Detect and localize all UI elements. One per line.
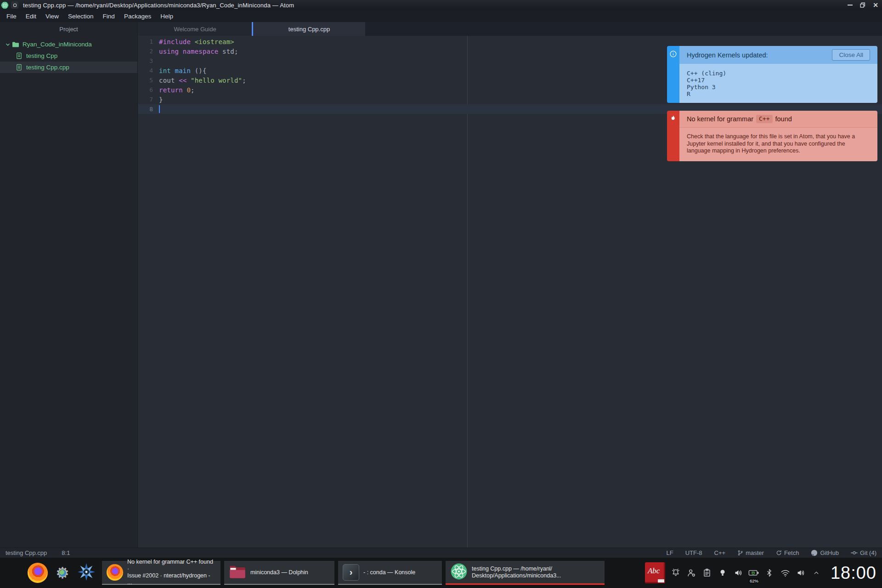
tree-item-label: testing Cpp — [26, 52, 57, 59]
konsole-icon: › — [343, 564, 359, 581]
notification-error: No kernel for grammar C++ found Check th… — [667, 111, 877, 161]
status-utf-8[interactable]: UTF-8 — [685, 549, 702, 556]
menu-item-selection[interactable]: Selection — [63, 11, 98, 22]
firefox-icon — [28, 563, 48, 583]
status-c[interactable]: C++ — [714, 549, 726, 556]
tab-welcome-guide[interactable]: Welcome Guide — [138, 22, 252, 36]
line-number: 3 — [138, 57, 159, 64]
firefox-icon — [107, 564, 123, 581]
user-icon[interactable] — [686, 564, 697, 582]
taskbar: ⚙ No kernel for grammar C++ found ·Issue… — [0, 558, 882, 588]
line-number: 6 — [138, 86, 159, 93]
line-number: 8 — [138, 106, 159, 113]
atom-logo-icon — [1, 1, 9, 9]
line-number: 4 — [138, 67, 159, 74]
status-git-4[interactable]: Git (4) — [851, 549, 876, 556]
code-text: #include <iostream> — [159, 38, 234, 45]
chevron-down-icon[interactable] — [5, 41, 11, 48]
close-icon[interactable]: ✕ — [872, 1, 879, 9]
menu-item-edit[interactable]: Edit — [21, 11, 41, 22]
line-number: 2 — [138, 48, 159, 55]
tree-item-ryan-code-inminiconda[interactable]: Ryan_Code_inMiniconda — [0, 39, 137, 50]
menu-item-file[interactable]: File — [2, 11, 21, 22]
github-icon — [811, 549, 818, 556]
tab-label: Welcome Guide — [174, 26, 216, 33]
tab-testing-cpp-cpp[interactable]: testing Cpp.cpp — [252, 22, 365, 36]
tree-item-label: Ryan_Code_inMiniconda — [23, 41, 92, 48]
wifi-icon[interactable] — [780, 564, 791, 582]
kernel-line: Python 3 — [687, 84, 870, 90]
menu-item-find[interactable]: Find — [98, 11, 119, 22]
line-number: 5 — [138, 77, 159, 84]
task-konsole[interactable]: ›- : conda — Konsole — [338, 561, 442, 585]
close-all-button[interactable]: Close All — [832, 49, 870, 61]
code-text: } — [159, 96, 163, 103]
code-text: using namespace std; — [159, 48, 238, 55]
code-text: return 0; — [159, 86, 195, 94]
window-controls: ✕ — [846, 0, 879, 10]
status-lf[interactable]: LF — [667, 549, 673, 556]
code-line-1[interactable]: 1#include <iostream> — [138, 37, 882, 46]
code-text: cout << "hello world"; — [159, 77, 246, 84]
window-title: testing Cpp.cpp — /home/ryanl/Desktop/Ap… — [23, 2, 294, 9]
chevron-up-icon[interactable] — [811, 564, 822, 582]
branch-icon — [737, 550, 743, 556]
dictionary-icon[interactable]: Abc — [644, 564, 666, 582]
kernel-line: R — [687, 90, 870, 97]
menu-item-view[interactable]: View — [41, 11, 63, 22]
menu-item-packages[interactable]: Packages — [119, 11, 156, 22]
status-cursor-position[interactable]: 8:1 — [62, 549, 70, 556]
folder-icon — [12, 41, 19, 48]
file-icon — [16, 64, 23, 71]
window-menu-icon[interactable] — [11, 1, 18, 9]
launcher-settings[interactable]: ⚙ — [54, 565, 71, 581]
error-notification-body: Check that the language for this file is… — [679, 128, 877, 161]
status-label: Fetch — [784, 549, 799, 556]
task-title: - : conda — Konsole — [363, 569, 415, 576]
menu-item-help[interactable]: Help — [156, 11, 178, 22]
clipboard-icon[interactable] — [701, 564, 713, 582]
status-master[interactable]: master — [737, 549, 764, 556]
task-atom[interactable]: testing Cpp.cpp — /home/ryanl/Desktop/Ap… — [446, 561, 605, 585]
volume-icon[interactable] — [733, 564, 744, 582]
bulb-icon[interactable] — [717, 564, 729, 582]
settings-icon: ⚙ — [54, 565, 71, 581]
kernel-list: C++ (cling)C++17Python 3R — [679, 64, 877, 103]
maximize-icon[interactable] — [859, 1, 866, 9]
battery-icon[interactable]: 62% — [748, 564, 760, 582]
bell-icon[interactable] — [670, 564, 682, 582]
screen: testing Cpp.cpp — /home/ryanl/Desktop/Ap… — [0, 0, 882, 588]
launcher-firefox[interactable] — [28, 563, 48, 583]
minimize-icon[interactable] — [846, 1, 854, 9]
code-text — [159, 105, 160, 113]
tree-view: Project Ryan_Code_inMinicondatesting Cpp… — [0, 22, 138, 548]
status-label: GitHub — [820, 549, 838, 556]
status-label: master — [746, 549, 764, 556]
clock[interactable]: 18:00 — [831, 563, 876, 583]
task-firefox[interactable]: No kernel for grammar C++ found ·Issue #… — [102, 561, 220, 585]
task-title: miniconda3 — Dolphin — [250, 569, 308, 576]
grammar-chip: C++ — [756, 115, 772, 123]
kernel-line: C++ (cling) — [687, 70, 870, 77]
tree-items: Ryan_Code_inMinicondatesting Cpptesting … — [0, 39, 137, 73]
bluetooth-icon[interactable] — [764, 564, 775, 582]
tree-view-header: Project — [0, 22, 137, 36]
info-icon — [667, 46, 679, 103]
tree-item-testing-cpp[interactable]: testing Cpp — [0, 50, 137, 62]
tree-item-label: testing Cpp.cpp — [26, 64, 69, 71]
battery-percent: 62% — [749, 578, 759, 583]
task-dolphin[interactable]: miniconda3 — Dolphin — [224, 561, 334, 585]
code-text: int main (){ — [159, 67, 207, 74]
info-notification-title: Hydrogen Kernels updated: — [687, 51, 768, 59]
tree-item-testing-cpp-cpp[interactable]: testing Cpp.cpp — [0, 62, 137, 73]
volume2-icon[interactable] — [795, 564, 807, 582]
launcher-compass[interactable] — [77, 563, 96, 583]
notification-info: Hydrogen Kernels updated: Close All C++ … — [667, 46, 877, 103]
text-cursor — [159, 105, 160, 113]
title-bar: testing Cpp.cpp — /home/ryanl/Desktop/Ap… — [0, 0, 882, 10]
line-number: 7 — [138, 96, 159, 103]
commit-icon — [851, 549, 858, 556]
status-github[interactable]: GitHub — [811, 549, 838, 556]
notifications: Hydrogen Kernels updated: Close All C++ … — [667, 46, 877, 169]
status-fetch[interactable]: Fetch — [776, 549, 799, 556]
